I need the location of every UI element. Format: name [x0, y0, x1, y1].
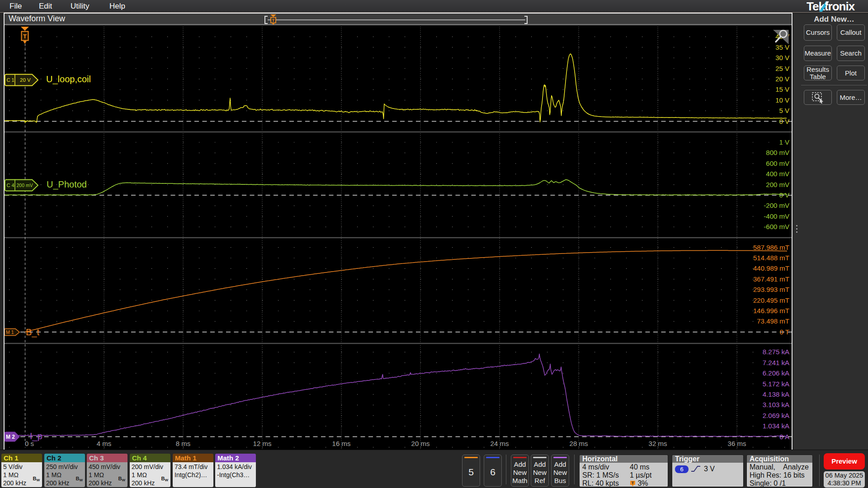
svg-text:M 1: M 1 — [6, 329, 14, 335]
svg-text:5.172 kA: 5.172 kA — [763, 380, 789, 388]
svg-text:U_Photod: U_Photod — [47, 179, 87, 190]
svg-text:4.138 kA: 4.138 kA — [763, 390, 789, 398]
svg-text:28 ms: 28 ms — [570, 440, 588, 447]
svg-text:20 V: 20 V — [775, 75, 789, 83]
svg-text:400 mV: 400 mV — [766, 170, 789, 178]
svg-text:-400 mV: -400 mV — [764, 212, 789, 220]
svg-text:800 mV: 800 mV — [766, 149, 789, 156]
svg-text:367.491 mT: 367.491 mT — [753, 275, 789, 283]
svg-text:8 ms: 8 ms — [176, 440, 191, 447]
svg-text:1 V: 1 V — [779, 138, 789, 146]
svg-text:0 V: 0 V — [779, 117, 789, 125]
svg-text:35 V: 35 V — [775, 43, 789, 51]
svg-text:20 ms: 20 ms — [411, 440, 430, 447]
svg-text:15 V: 15 V — [775, 85, 789, 93]
svg-text:1.034 kA: 1.034 kA — [763, 422, 789, 430]
svg-text:0 T: 0 T — [780, 328, 789, 336]
svg-text:4 ms: 4 ms — [97, 440, 112, 447]
svg-text:36 ms: 36 ms — [728, 440, 746, 447]
svg-text:6.206 kA: 6.206 kA — [763, 369, 789, 377]
svg-text:T: T — [632, 481, 634, 485]
svg-text:T: T — [23, 33, 27, 40]
svg-text:200 mV: 200 mV — [17, 183, 33, 188]
svg-text:24 ms: 24 ms — [491, 440, 509, 447]
svg-text:C 1: C 1 — [7, 77, 14, 83]
svg-text:8.275 kA: 8.275 kA — [763, 348, 789, 356]
svg-text:25 V: 25 V — [775, 65, 789, 72]
svg-text:-600 mV: -600 mV — [764, 223, 789, 230]
svg-text:Tektronix: Tektronix — [807, 0, 855, 13]
svg-text:T: T — [272, 18, 275, 23]
svg-text:B_t: B_t — [26, 327, 39, 338]
svg-text:200 mV: 200 mV — [766, 181, 789, 188]
svg-text:16 ms: 16 ms — [332, 440, 351, 447]
svg-text:2.069 kA: 2.069 kA — [763, 412, 789, 419]
svg-text:7.241 kA: 7.241 kA — [763, 359, 789, 366]
svg-text:600 mV: 600 mV — [766, 160, 789, 167]
svg-text:0 V: 0 V — [779, 191, 789, 199]
svg-text:U_loop,coil: U_loop,coil — [46, 74, 91, 84]
svg-text:146.996 mT: 146.996 mT — [753, 307, 789, 314]
svg-text:-200 mV: -200 mV — [764, 202, 789, 209]
svg-text:220.495 mT: 220.495 mT — [753, 296, 789, 304]
svg-text:20 V: 20 V — [20, 77, 31, 83]
svg-text:M 2: M 2 — [6, 434, 15, 440]
svg-text:440.989 mT: 440.989 mT — [753, 264, 789, 272]
svg-text:C 4: C 4 — [7, 183, 14, 188]
svg-text:10 V: 10 V — [775, 96, 789, 104]
svg-text:293.993 mT: 293.993 mT — [753, 286, 789, 293]
svg-text:12 ms: 12 ms — [253, 440, 272, 447]
svg-text:514.488 mT: 514.488 mT — [753, 254, 789, 262]
svg-text:30 V: 30 V — [775, 54, 789, 61]
svg-text:I_p: I_p — [30, 431, 42, 441]
svg-text:3.103 kA: 3.103 kA — [763, 401, 789, 408]
svg-text:587.986 mT: 587.986 mT — [753, 244, 789, 251]
svg-text:32 ms: 32 ms — [649, 440, 667, 447]
svg-text:73.498 mT: 73.498 mT — [757, 317, 789, 325]
svg-text:5 V: 5 V — [779, 107, 789, 114]
svg-text:0 A: 0 A — [779, 433, 789, 441]
